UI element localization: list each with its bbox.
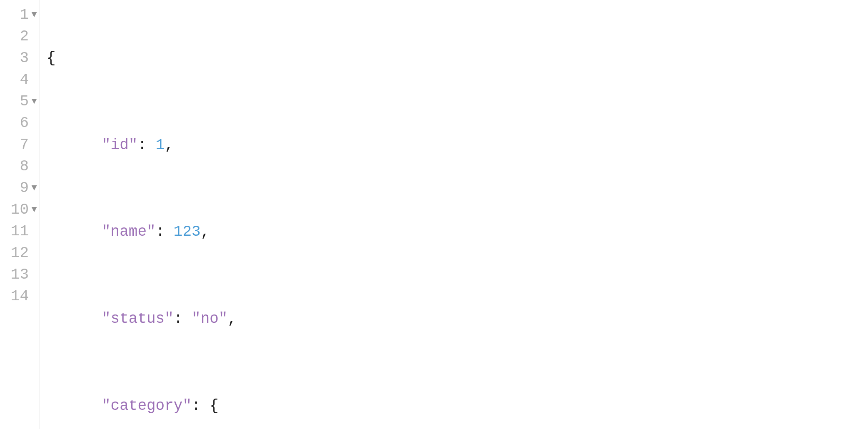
line-number: 11 xyxy=(11,221,29,242)
comma: , xyxy=(201,221,210,243)
gutter-line[interactable]: 12 xyxy=(4,242,38,264)
json-key: "id" xyxy=(102,135,137,156)
gutter-line[interactable]: 5 ▼ xyxy=(4,91,38,112)
line-number-gutter: 1 ▼ 2 3 4 5 ▼ 6 7 8 9 ▼ 10 ▼ 11 12 xyxy=(0,0,40,429)
json-key: "category" xyxy=(102,395,192,417)
code-line[interactable]: "id": 1, xyxy=(47,135,524,156)
gutter-line[interactable]: 10 ▼ xyxy=(4,199,38,221)
line-number: 5 xyxy=(20,91,29,112)
brace-open: { xyxy=(210,395,219,417)
fold-toggle-icon[interactable]: ▼ xyxy=(30,203,38,217)
comma: , xyxy=(227,308,237,330)
line-number: 14 xyxy=(11,286,29,307)
gutter-line[interactable]: 7 xyxy=(4,134,38,156)
code-line[interactable]: "name": 123, xyxy=(47,222,524,243)
line-number: 3 xyxy=(20,47,29,69)
gutter-line[interactable]: 2 xyxy=(4,26,38,47)
gutter-line[interactable]: 3 xyxy=(4,47,38,69)
colon: : xyxy=(174,308,192,330)
line-number: 13 xyxy=(11,264,29,286)
gutter-line[interactable]: 4 xyxy=(4,69,38,91)
comma: , xyxy=(165,135,174,156)
colon: : xyxy=(137,135,155,156)
gutter-line[interactable]: 8 xyxy=(4,156,38,177)
json-key: "name" xyxy=(102,221,156,243)
line-number: 4 xyxy=(20,69,29,91)
gutter-line[interactable]: 14 xyxy=(4,286,38,307)
json-key: "status" xyxy=(102,308,174,330)
gutter-line[interactable]: 11 xyxy=(4,221,38,242)
code-line[interactable]: "category": { xyxy=(47,395,524,417)
line-number: 1 xyxy=(20,4,29,26)
gutter-line[interactable]: 6 xyxy=(4,112,38,134)
fold-toggle-icon[interactable]: ▼ xyxy=(30,182,38,195)
brace-open: { xyxy=(47,47,56,69)
line-number: 8 xyxy=(20,156,29,177)
line-number: 7 xyxy=(20,134,29,156)
json-number: 1 xyxy=(156,135,165,156)
colon: : xyxy=(156,221,174,243)
code-line[interactable]: { xyxy=(47,47,524,69)
gutter-line[interactable]: 9 ▼ xyxy=(4,177,38,199)
code-editor[interactable]: { "id": 1, "name": 123, "status": "no", … xyxy=(40,0,529,429)
line-number: 10 xyxy=(11,199,29,221)
fold-toggle-icon[interactable]: ▼ xyxy=(30,95,38,108)
json-number: 123 xyxy=(174,221,201,243)
line-number: 9 xyxy=(20,177,29,199)
gutter-line[interactable]: 1 ▼ xyxy=(4,4,38,26)
code-line[interactable]: "status": "no", xyxy=(47,308,524,330)
line-number: 12 xyxy=(11,242,29,264)
json-string: "no" xyxy=(192,308,227,330)
line-number: 2 xyxy=(20,26,29,47)
gutter-line[interactable]: 13 xyxy=(4,264,38,286)
line-number: 6 xyxy=(20,112,29,134)
fold-toggle-icon[interactable]: ▼ xyxy=(30,8,38,22)
colon: : xyxy=(192,395,210,417)
